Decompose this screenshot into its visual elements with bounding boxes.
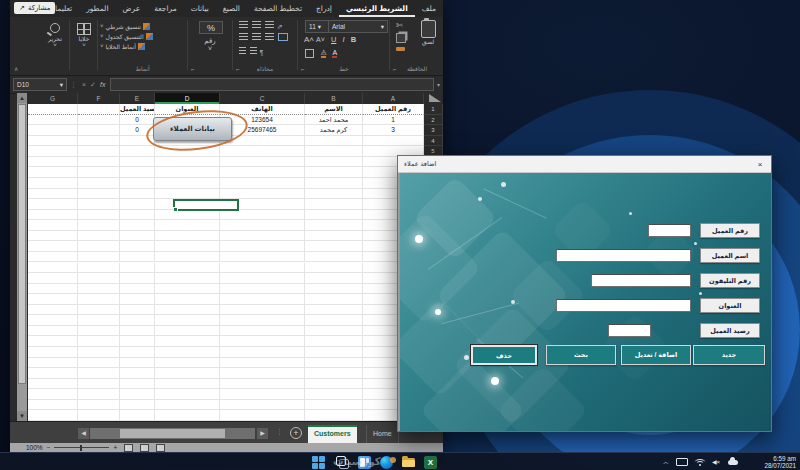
cell-F20[interactable]: [78, 305, 120, 316]
cell-D29[interactable]: [155, 400, 220, 411]
alignment-dialog-launcher[interactable]: ⌐: [236, 66, 240, 72]
cell-E23[interactable]: [120, 336, 155, 347]
align-bottom-icon[interactable]: [265, 21, 274, 29]
onedrive-icon[interactable]: [728, 460, 738, 465]
column-header-G[interactable]: G: [28, 93, 78, 104]
folder-taskbar-icon[interactable]: [402, 456, 415, 469]
touch-keyboard-icon[interactable]: [676, 458, 688, 466]
cell-G22[interactable]: [28, 326, 78, 337]
cell-F4[interactable]: [78, 136, 120, 147]
paste-button[interactable]: لصق: [415, 20, 441, 45]
copy-icon[interactable]: [396, 33, 406, 43]
cell-G25[interactable]: [28, 358, 78, 369]
cell-F21[interactable]: [78, 315, 120, 326]
name-box[interactable]: D10 ▾: [13, 78, 67, 91]
cell-G18[interactable]: [28, 284, 78, 295]
cell-E7[interactable]: [120, 167, 155, 178]
cell-E2[interactable]: 0: [120, 115, 155, 126]
cancel-entry-icon[interactable]: ×: [82, 80, 86, 89]
enter-entry-icon[interactable]: ✓: [90, 80, 96, 89]
cell-B16[interactable]: [305, 263, 363, 274]
number-dialog-launcher[interactable]: ⌐: [191, 66, 195, 72]
cell-G16[interactable]: [28, 263, 78, 274]
cells-button[interactable]: خلايا ˅: [72, 23, 96, 48]
cell-C18[interactable]: [220, 284, 305, 295]
cell-E22[interactable]: [120, 326, 155, 337]
cell-F24[interactable]: [78, 347, 120, 358]
orientation-icon[interactable]: ⇗: [277, 23, 283, 30]
cell-B1[interactable]: الاسم: [305, 104, 363, 115]
cell-C25[interactable]: [220, 358, 305, 369]
cell-D23[interactable]: [155, 336, 220, 347]
ribbon-tab-عرض[interactable]: عرض: [115, 0, 147, 17]
cell-F16[interactable]: [78, 263, 120, 274]
cell-C29[interactable]: [220, 400, 305, 411]
cell-B28[interactable]: [305, 389, 363, 400]
cell-G7[interactable]: [28, 167, 78, 178]
dialog-button-جديد[interactable]: جديد: [693, 345, 765, 365]
new-sheet-button[interactable]: +: [290, 427, 302, 439]
cell-F7[interactable]: [78, 167, 120, 178]
cell-B13[interactable]: [305, 231, 363, 242]
field-input-3[interactable]: [556, 299, 691, 312]
cell-E26[interactable]: [120, 368, 155, 379]
share-button[interactable]: ↗ مشاركة: [14, 2, 55, 14]
row-header-4[interactable]: 4: [424, 136, 443, 147]
cell-G26[interactable]: [28, 368, 78, 379]
cell-F30[interactable]: [78, 410, 120, 421]
cell-G13[interactable]: [28, 231, 78, 242]
cell-F15[interactable]: [78, 252, 120, 263]
cell-D21[interactable]: [155, 315, 220, 326]
cell-G2[interactable]: [28, 115, 78, 126]
hscroll-left-arrow[interactable]: ◀: [78, 428, 89, 439]
cell-B22[interactable]: [305, 326, 363, 337]
cell-B20[interactable]: [305, 305, 363, 316]
cell-B23[interactable]: [305, 336, 363, 347]
cell-B14[interactable]: [305, 241, 363, 252]
wifi-icon[interactable]: [695, 459, 705, 466]
cell-F17[interactable]: [78, 273, 120, 284]
volume-muted-icon[interactable]: ◀×: [712, 459, 721, 466]
cell-D27[interactable]: [155, 379, 220, 390]
cell-G23[interactable]: [28, 336, 78, 347]
cell-B3[interactable]: كرم محمد: [305, 125, 363, 136]
vertical-scroll-thumb[interactable]: [18, 104, 26, 384]
cell-F2[interactable]: [78, 115, 120, 126]
cell-G19[interactable]: [28, 294, 78, 305]
dialog-button-حذف[interactable]: حذف: [471, 345, 537, 365]
edit-button[interactable]: تحرير ˅: [42, 23, 68, 48]
cell-B15[interactable]: [305, 252, 363, 263]
cell-C11[interactable]: [220, 210, 305, 221]
dialog-button-اضافة / تعديل[interactable]: اضافة / تعديل: [621, 345, 691, 365]
cell-C16[interactable]: [220, 263, 305, 274]
formula-bar-expand-icon[interactable]: ▾: [437, 81, 440, 88]
zoom-slider[interactable]: [54, 447, 109, 448]
cell-G14[interactable]: [28, 241, 78, 252]
normal-view-icon[interactable]: [156, 444, 165, 452]
close-icon[interactable]: ×: [754, 159, 766, 170]
page-break-view-icon[interactable]: [124, 444, 133, 452]
cell-E8[interactable]: [120, 178, 155, 189]
cell-B10[interactable]: [305, 199, 363, 210]
start-taskbar-icon[interactable]: [312, 456, 325, 469]
cell-B5[interactable]: [305, 146, 363, 157]
cell-G27[interactable]: [28, 379, 78, 390]
shrink-font-icon[interactable]: A˅: [316, 36, 325, 43]
field-input-4[interactable]: [608, 324, 651, 337]
cell-D26[interactable]: [155, 368, 220, 379]
field-input-0[interactable]: [648, 224, 691, 237]
cell-B2[interactable]: محمد احمد: [305, 115, 363, 126]
cell-B27[interactable]: [305, 379, 363, 390]
cell-G4[interactable]: [28, 136, 78, 147]
style-item[interactable]: التنسيق كجدول˅: [100, 31, 185, 41]
font-name-select[interactable]: Arial▾: [328, 20, 388, 33]
cell-D11[interactable]: [155, 210, 220, 221]
cell-D24[interactable]: [155, 347, 220, 358]
cell-C23[interactable]: [220, 336, 305, 347]
field-input-2[interactable]: [591, 274, 691, 287]
row-header-2[interactable]: 2: [424, 115, 443, 126]
cell-G28[interactable]: [28, 389, 78, 400]
cell-G9[interactable]: [28, 189, 78, 200]
cell-E5[interactable]: [120, 146, 155, 157]
cell-G11[interactable]: [28, 210, 78, 221]
